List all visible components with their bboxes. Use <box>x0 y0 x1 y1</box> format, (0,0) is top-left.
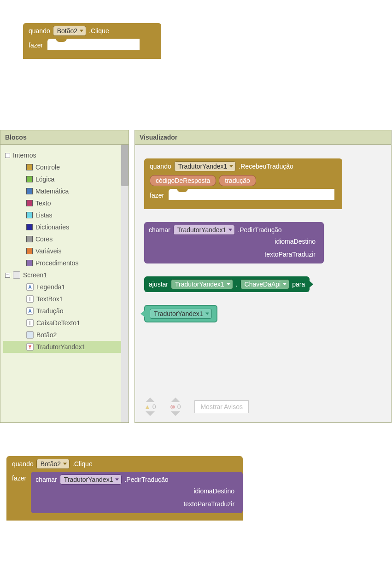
nav-warnings[interactable]: ▲ 0 <box>144 398 156 416</box>
tree-item-matematica[interactable]: Matemática <box>3 185 126 197</box>
tree-item-variaveis[interactable]: Variáveis <box>3 245 126 257</box>
dropdown-component[interactable]: TradutorYandex1 <box>174 161 236 171</box>
textbox-icon: I <box>26 319 34 327</box>
tree-component-traducao[interactable]: ATradução <box>3 305 126 317</box>
block-when-got-translation[interactable]: quando TradutorYandex1 .RecebeuTradução … <box>144 158 342 209</box>
keyword-do: fazer <box>144 189 169 202</box>
dot: . <box>236 281 238 288</box>
keyword-do: fazer <box>23 39 47 52</box>
scrollbar-thumb[interactable] <box>121 145 129 186</box>
block-when-click-with-call: quando Botão2 .Clique fazer chamar Tradu… <box>6 456 243 521</box>
block-set-chavedaapi[interactable]: ajustar TradutorYandex1 . ChaveDaApi par… <box>144 276 310 292</box>
tree-item-controle[interactable]: Controle <box>3 161 126 173</box>
dropdown-component[interactable]: TradutorYandex1 <box>150 309 212 319</box>
dropdown-component[interactable]: TradutorYandex1 <box>171 279 233 289</box>
triangle-up-icon <box>146 398 155 402</box>
screen-icon <box>13 271 20 279</box>
collapse-icon[interactable]: − <box>5 153 10 158</box>
event-name: .Clique <box>72 460 93 468</box>
color-swatch-icon <box>26 248 33 254</box>
color-swatch-icon <box>26 260 33 266</box>
yandex-icon: Y <box>26 343 34 351</box>
keyword-to: para <box>292 281 305 288</box>
color-swatch-icon <box>26 224 33 230</box>
tree-root-builtins[interactable]: − Internos <box>3 149 126 161</box>
keyword-call: chamar <box>35 476 57 483</box>
collapse-icon[interactable]: − <box>5 273 10 278</box>
blocks-canvas[interactable]: quando TradutorYandex1 .RecebeuTradução … <box>135 144 392 423</box>
label-icon: A <box>26 283 34 291</box>
keyword-call: chamar <box>149 226 170 234</box>
editor-panels: Blocos − Internos Controle Lógica Matemá… <box>0 130 392 423</box>
keyword-set: ajustar <box>149 281 168 288</box>
blocks-panel-header: Blocos <box>0 130 129 144</box>
empty-slot[interactable] <box>169 189 334 200</box>
tree-component-botao2[interactable]: Botão2 <box>3 329 126 341</box>
tree-item-texto[interactable]: Texto <box>3 197 126 209</box>
dropdown-component[interactable]: TradutorYandex1 <box>60 474 122 485</box>
label-icon: A <box>26 307 34 315</box>
color-swatch-icon <box>26 188 33 194</box>
arg-idiomadestino: idiomaDestino <box>35 485 234 498</box>
color-swatch-icon <box>26 164 33 170</box>
keyword-when: quando <box>150 163 171 170</box>
color-swatch-icon <box>26 212 33 218</box>
keyword-when: quando <box>29 27 50 35</box>
tree-component-tradutoryandex1[interactable]: YTradutorYandex1 <box>3 341 126 353</box>
empty-slot[interactable] <box>47 39 140 50</box>
arg-textoparatraduzir: textoParaTraduzir <box>35 498 234 510</box>
nav-errors[interactable]: ⊗ 0 <box>170 398 181 416</box>
keyword-do: fazer <box>6 472 31 485</box>
show-warnings-button[interactable]: Mostrar Avisos <box>194 400 249 413</box>
triangle-down-icon <box>171 411 180 416</box>
keyword-when: quando <box>12 460 34 468</box>
param-traducao[interactable]: tradução <box>219 175 256 186</box>
arg-idiomadestino: idiomaDestino <box>149 235 316 248</box>
warning-count: 0 <box>152 403 156 410</box>
button-icon <box>26 331 34 339</box>
dropdown-component[interactable]: Botão2 <box>53 26 86 36</box>
event-name: .RecebeuTradução <box>239 163 293 170</box>
blocks-panel: Blocos − Internos Controle Lógica Matemá… <box>0 130 129 423</box>
viewer-panel-header: Visualizador <box>135 130 392 144</box>
triangle-up-icon <box>171 398 180 402</box>
dropdown-component[interactable]: Botão2 <box>36 459 70 469</box>
blocks-tree: − Internos Controle Lógica Matemática Te… <box>0 144 129 423</box>
dropdown-property[interactable]: ChaveDaApi <box>240 279 290 289</box>
block-when-click-standalone: quando Botão2 .Clique fazer <box>23 23 161 59</box>
warning-icon: ▲ <box>144 403 151 410</box>
tree-item-logica[interactable]: Lógica <box>3 173 126 185</box>
tree-component-legenda1[interactable]: ALegenda1 <box>3 281 126 293</box>
error-icon: ⊗ <box>170 403 176 410</box>
color-swatch-icon <box>26 200 33 206</box>
dropdown-component[interactable]: TradutorYandex1 <box>173 225 235 235</box>
textbox-icon: I <box>26 295 34 303</box>
viewer-panel: Visualizador quando TradutorYandex1 .Rec… <box>135 130 392 423</box>
block-call-pedirtraducao[interactable]: chamar TradutorYandex1 .PedirTradução id… <box>144 222 324 263</box>
tree-component-textbox1[interactable]: ITextBox1 <box>3 293 126 305</box>
block-get-tradutoryandex1[interactable]: TradutorYandex1 <box>144 305 217 322</box>
scrollbar[interactable] <box>121 145 129 422</box>
tree-item-dictionaries[interactable]: Dictionaries <box>3 221 126 233</box>
error-count: 0 <box>177 403 181 410</box>
method-name: .PedirTradução <box>124 476 168 483</box>
nested-call-block[interactable]: chamar TradutorYandex1 .PedirTradução id… <box>31 472 243 513</box>
event-name: .Clique <box>89 27 109 35</box>
triangle-down-icon <box>146 411 155 416</box>
tree-root-screen1[interactable]: − Screen1 <box>3 269 126 281</box>
method-name: .PedirTradução <box>238 226 281 234</box>
param-codigo[interactable]: códigoDeResposta <box>150 175 216 186</box>
status-bar: ▲ 0 ⊗ 0 Mostrar Avisos <box>144 398 249 416</box>
tree-component-caixadetexto1[interactable]: ICaixaDeTexto1 <box>3 317 126 329</box>
tree-item-procedimentos[interactable]: Procedimentos <box>3 257 126 269</box>
event-header: quando Botão2 .Clique <box>23 23 161 39</box>
tree-item-cores[interactable]: Cores <box>3 233 126 245</box>
color-swatch-icon <box>26 236 33 242</box>
tree-item-listas[interactable]: Listas <box>3 209 126 221</box>
color-swatch-icon <box>26 176 33 182</box>
arg-textoparatraduzir: textoParaTraduzir <box>149 248 316 261</box>
